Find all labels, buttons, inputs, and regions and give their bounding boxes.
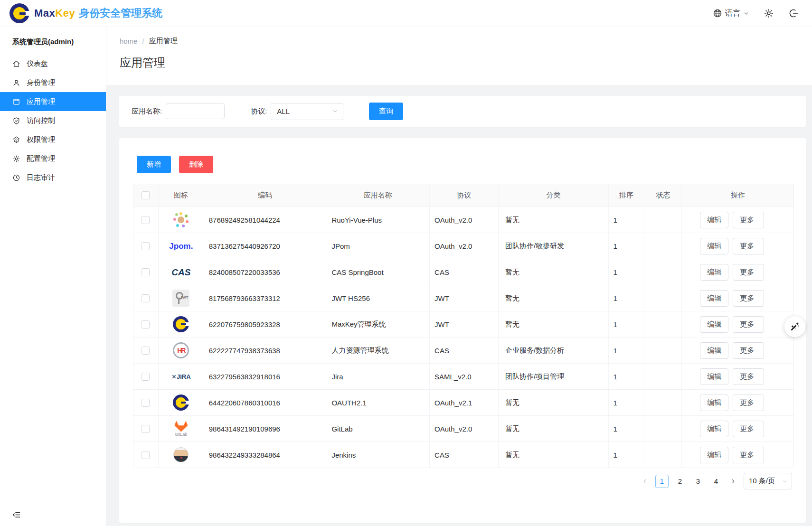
- jira-logo: ✕JIRA: [171, 374, 191, 380]
- app-category: 暂无: [499, 390, 609, 416]
- more-button[interactable]: 更多: [733, 212, 764, 228]
- row-checkbox[interactable]: [142, 347, 150, 355]
- previous-page-button[interactable]: [639, 478, 651, 485]
- row-checkbox[interactable]: [142, 373, 150, 381]
- page-button-4[interactable]: 4: [709, 475, 723, 488]
- app-code: 837136275440926720: [204, 233, 327, 259]
- page-button-1[interactable]: 1: [655, 475, 669, 488]
- edit-button[interactable]: 编辑: [700, 368, 728, 385]
- app-category: 团队协作/敏捷研发: [499, 233, 609, 259]
- app-protocol: CAS: [430, 259, 499, 285]
- next-page-button[interactable]: [727, 478, 739, 485]
- home-icon: [12, 60, 20, 68]
- table-row: 622076759805923328 MaxKey管理系统 JWT 暂无 1 编…: [133, 311, 793, 338]
- logout-icon[interactable]: [788, 8, 799, 19]
- table-row: GitLab 986431492190109696 GitLab OAuth_v…: [133, 416, 793, 442]
- app-name: Jira: [326, 364, 430, 390]
- more-button[interactable]: 更多: [733, 290, 764, 307]
- column-header: 分类: [499, 184, 609, 207]
- cas-logo: CAS: [171, 268, 190, 277]
- page-button-3[interactable]: 3: [691, 475, 705, 488]
- sidebar-item-identity[interactable]: 身份管理: [0, 73, 106, 92]
- main-content: home / 应用管理 应用管理 应用名称: 协议: ALL 查询 新增 删除 …: [106, 27, 812, 526]
- app-sort: 1: [609, 233, 645, 259]
- app-table: 图标编码应用名称协议分类排序状态操作 876892492581044224 Ru…: [133, 184, 794, 468]
- edit-button[interactable]: 编辑: [700, 342, 728, 359]
- brand-max: Max: [34, 7, 55, 19]
- breadcrumb-home[interactable]: home: [120, 37, 138, 45]
- sidebar-item-permission[interactable]: 权限管理: [0, 130, 106, 149]
- sidebar-item-audit[interactable]: 日志审计: [0, 168, 106, 187]
- protocol-select[interactable]: ALL: [271, 103, 343, 120]
- app-protocol: SAML_v2.0: [430, 364, 499, 390]
- edit-button[interactable]: 编辑: [700, 238, 728, 254]
- more-button[interactable]: 更多: [733, 342, 764, 359]
- table-toolbar: 新增 删除: [119, 138, 806, 173]
- language-switcher[interactable]: 语言: [713, 9, 749, 19]
- more-button[interactable]: 更多: [733, 316, 764, 333]
- app-name: OAUTH2.1: [326, 390, 430, 416]
- more-button[interactable]: 更多: [733, 394, 764, 411]
- edit-button[interactable]: 编辑: [700, 264, 728, 281]
- edit-button[interactable]: 编辑: [700, 394, 728, 411]
- sidebar-item-label: 应用管理: [27, 97, 55, 106]
- row-checkbox[interactable]: [142, 320, 150, 329]
- sidebar-item-config[interactable]: 配置管理: [0, 149, 106, 168]
- app-category: 暂无: [499, 442, 609, 468]
- search-button[interactable]: 查询: [369, 103, 403, 120]
- maxkey-logo: [173, 316, 189, 332]
- gear-icon[interactable]: [764, 8, 774, 19]
- more-button[interactable]: 更多: [733, 421, 764, 437]
- more-button[interactable]: 更多: [733, 264, 764, 281]
- sidebar-menu: 仪表盘 身份管理 应用管理 访问控制 权限管理 配置管理 日志审计: [0, 54, 106, 187]
- row-checkbox[interactable]: [142, 399, 150, 407]
- jpom-logo: Jpom.: [169, 242, 193, 250]
- app-sort: 1: [609, 390, 645, 416]
- edit-button[interactable]: 编辑: [700, 316, 728, 333]
- edit-button[interactable]: 编辑: [700, 447, 728, 463]
- app-name: JPom: [326, 233, 430, 259]
- table-row: ✕JIRA 632279563832918016 Jira SAML_v2.0 …: [133, 364, 793, 390]
- sidebar-item-access[interactable]: 访问控制: [0, 111, 106, 130]
- sidebar-item-label: 身份管理: [27, 78, 55, 87]
- add-button[interactable]: 新增: [137, 156, 171, 173]
- page-title: 应用管理: [120, 55, 812, 70]
- column-header: 排序: [609, 184, 645, 207]
- row-checkbox[interactable]: [142, 268, 150, 276]
- ruoyi-logo: [172, 211, 189, 228]
- badge-icon: [12, 136, 20, 144]
- page-button-2[interactable]: 2: [673, 475, 687, 488]
- row-checkbox[interactable]: [142, 425, 150, 433]
- row-checkbox[interactable]: [142, 216, 150, 224]
- chevron-down-icon: [782, 479, 788, 484]
- assistant-float-button[interactable]: [784, 316, 805, 337]
- sidebar-item-apps[interactable]: 应用管理: [0, 92, 106, 111]
- app-protocol: JWT: [430, 285, 499, 311]
- select-all-checkbox[interactable]: [142, 191, 150, 199]
- edit-button[interactable]: 编辑: [700, 421, 728, 437]
- sidebar-item-dashboard[interactable]: 仪表盘: [0, 54, 106, 73]
- column-header: 状态: [644, 184, 682, 207]
- page-numbers: 1234: [655, 475, 723, 488]
- delete-button[interactable]: 删除: [179, 156, 213, 173]
- app-name: Jenkins: [326, 442, 430, 468]
- filter-bar: 应用名称: 协议: ALL 查询: [119, 96, 806, 127]
- app-name-input[interactable]: [166, 103, 225, 119]
- more-button[interactable]: 更多: [733, 238, 764, 254]
- row-checkbox[interactable]: [142, 294, 150, 302]
- collapse-sidebar-icon[interactable]: [12, 510, 21, 519]
- language-label: 语言: [725, 9, 740, 19]
- app-category: 暂无: [499, 416, 609, 442]
- page-size-select[interactable]: 10 条/页: [744, 473, 792, 489]
- app-code: 644220607860310016: [204, 390, 327, 416]
- row-checkbox[interactable]: [142, 242, 150, 250]
- breadcrumb: home / 应用管理: [120, 37, 812, 46]
- clock-icon: [12, 174, 20, 182]
- edit-button[interactable]: 编辑: [700, 212, 728, 228]
- row-checkbox[interactable]: [142, 451, 150, 459]
- more-button[interactable]: 更多: [733, 368, 764, 385]
- app-category: 企业服务/数据分析: [499, 338, 609, 364]
- edit-button[interactable]: 编辑: [700, 290, 728, 307]
- app-code: 986431492190109696: [204, 416, 327, 442]
- more-button[interactable]: 更多: [733, 447, 764, 463]
